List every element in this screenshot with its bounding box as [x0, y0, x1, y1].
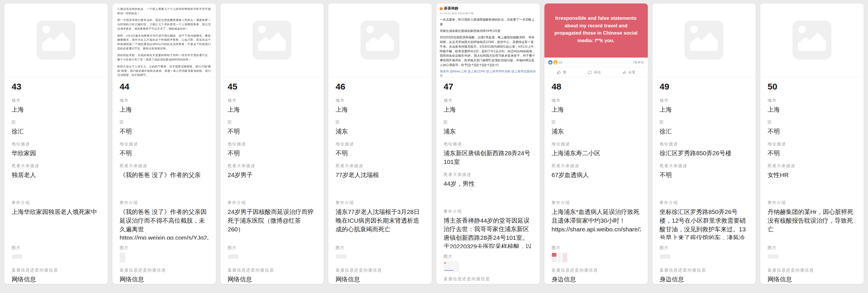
comment-icon — [588, 70, 592, 75]
facebook-status-background: Irresponsible and false statements about… — [545, 3, 648, 58]
card-media[interactable]: 人都没有这样的机会，一个病人需要几十个人的同时帮助和关怀才有可能获得一丝的机会！… — [113, 3, 216, 77]
district-value: 不明 — [768, 127, 857, 136]
field-district: 区 不明 — [120, 120, 209, 136]
card-media[interactable] — [4, 3, 108, 77]
record-number: 48 — [552, 82, 641, 92]
card-media[interactable] — [652, 3, 756, 77]
field-district: 区 浦东 — [443, 120, 532, 136]
card-media[interactable] — [220, 3, 324, 77]
field-direct: 直接信息还是间接信息 网络信息 — [768, 268, 857, 284]
image-thumbs[interactable] — [120, 253, 209, 262]
image-placeholder-icon — [684, 21, 723, 60]
event-label: 事件介绍 — [120, 200, 209, 206]
deceased-label: 死者大体描述 — [120, 164, 209, 169]
record-card[interactable]: 45 城市 上海 区 不明 地址描述 不明 死者大体描述 24岁男子 事件介绍 … — [220, 3, 324, 284]
field-deceased: 死者大体描述 女性HR — [768, 164, 857, 195]
image-thumbs[interactable] — [336, 253, 425, 262]
direct-value: 身边信息 — [443, 284, 532, 284]
record-card[interactable]: 49 城市 上海 区 徐汇 地址描述 徐汇区罗秀路850弄26号楼 死者大体描述… — [652, 3, 756, 284]
weibo-author: 茶香禅静 — [440, 6, 536, 11]
deceased-label: 死者大体描述 — [11, 164, 100, 169]
article-screenshot: 人都没有这样的机会，一个病人需要几十个人的同时帮助和关怀才有可能获得一丝的机会！… — [113, 3, 216, 77]
field-district: 区 徐汇 — [660, 120, 749, 136]
direct-label: 直接信息还是间接信息 — [660, 268, 749, 273]
deceased-value: 独居老人 — [11, 171, 100, 195]
direct-label: 直接信息还是间接信息 — [552, 268, 641, 273]
district-value: 浦东 — [443, 127, 532, 136]
address-label: 地址描述 — [11, 142, 100, 147]
address-label: 地址描述 — [660, 142, 749, 147]
card-media[interactable]: 茶香禅静4-2 02:31 来自 iPhone客户端一名志愿者，昨日我投入路浦西… — [436, 3, 540, 77]
field-district: 区 浦东 — [336, 120, 425, 136]
district-label: 区 — [336, 120, 425, 125]
image-placeholder-icon — [252, 21, 291, 60]
screenshot-thumbnail[interactable] — [443, 261, 459, 271]
field-deceased: 死者大体描述 《我的爸爸 没了》作者的父亲 — [120, 164, 209, 195]
record-card[interactable]: 茶香禅静4-2 02:31 来自 iPhone客户端一名志愿者，昨日我投入路浦西… — [436, 3, 540, 284]
record-card[interactable]: Irresponsible and false statements about… — [544, 3, 648, 284]
field-district: 区 徐汇 — [11, 120, 100, 136]
screenshot-thumbnail[interactable] — [552, 253, 557, 262]
weibo-screenshot: 茶香禅静4-2 02:31 来自 iPhone客户端一名志愿者，昨日我投入路浦西… — [436, 3, 540, 77]
image-label: 图片 — [443, 254, 532, 259]
image-thumbs[interactable] — [443, 261, 532, 271]
record-card[interactable]: 43 城市 上海 区 徐汇 地址描述 华欣家园 死者大体描述 独居老人 事件介绍… — [4, 3, 108, 284]
weibo-mention-links[interactable]: 海发布 @News上海 @上海12345 @上海市市民信箱 @上海市志愿者协会 — [440, 69, 536, 77]
field-direct: 直接信息还是间接信息 身边信息 — [443, 276, 532, 284]
image-thumbs[interactable] — [552, 253, 641, 262]
image-placeholder-icon — [793, 21, 831, 60]
address-label: 地址描述 — [120, 142, 209, 147]
comment-count[interactable]: 7条评论 — [632, 60, 644, 64]
city-label: 城市 — [228, 98, 317, 103]
record-card[interactable]: 46 城市 上海 区 浦东 地址描述 不明 死者大体描述 77岁老人沈瑞根 事件… — [328, 3, 432, 284]
address-label: 地址描述 — [552, 142, 641, 147]
field-direct: 直接信息还是间接信息 身边信息 — [552, 268, 641, 284]
field-direct: 直接信息还是间接信息 网络信息 — [228, 268, 317, 284]
facebook-reactions[interactable]: 19 — [548, 60, 562, 64]
card-body: 46 城市 上海 区 浦东 地址描述 不明 死者大体描述 77岁老人沈瑞根 事件… — [328, 77, 432, 284]
facebook-reaction-bar: 197条评论 — [545, 58, 648, 67]
image-thumbs[interactable] — [228, 253, 317, 262]
facebook-action-button[interactable]: 赞 — [557, 70, 566, 75]
record-card[interactable]: 50 城市 上海 区 不明 地址描述 不明 死者大体描述 女性HR 事件介绍 丹… — [760, 3, 864, 284]
document-thumbnail[interactable] — [120, 253, 125, 262]
image-thumbs[interactable] — [11, 253, 100, 262]
image-thumbs[interactable] — [660, 253, 749, 262]
field-image: 图片 — [336, 245, 425, 262]
image-label: 图片 — [768, 245, 857, 251]
image-placeholder-pill — [228, 254, 239, 259]
weibo-body-text: 一名志愿者，昨日我投入路浦西核酸检测的队伍，但是累了一天后晚上接哥家住浦东新区唐… — [440, 18, 536, 67]
field-city: 城市 上海 — [228, 98, 317, 114]
field-city: 城市 上海 — [552, 98, 641, 114]
screenshot-thumbnail[interactable] — [562, 253, 567, 262]
deceased-value: 《我的爸爸 没了》作者的父亲 — [120, 171, 209, 195]
weibo-avatar-icon — [440, 7, 443, 10]
field-deceased: 死者大体描述 24岁男子 — [228, 164, 317, 195]
district-label: 区 — [552, 120, 641, 125]
image-placeholder-pill — [11, 254, 23, 259]
event-value: 丹纳赫集团的某Hr，因心脏猝死没有核酸报告耽误治疗，导致死亡 — [768, 208, 857, 239]
direct-value: 身边信息 — [552, 275, 641, 284]
image-thumbs[interactable] — [768, 253, 857, 262]
deceased-value: 不明 — [660, 171, 749, 195]
facebook-action-button[interactable]: 评论 — [588, 70, 601, 75]
field-district: 区 不明 — [768, 120, 857, 136]
article-paragraph: 谁料，4月3日被告知爸爸不得不进行高位截肢，由于下肢动脉硬化，整条腿要截去，我作… — [117, 34, 211, 51]
screenshot-thumbnail[interactable] — [558, 253, 561, 262]
image-label: 图片 — [552, 245, 641, 251]
event-value: 博主茶香禅静44岁的堂哥因延误治疗去世：我哥哥家住浦东新区唐镇创新西路28弄24… — [443, 216, 532, 248]
image-placeholder-pill — [660, 254, 671, 259]
event-value: 坐标徐汇区罗秀路850弄26号楼，12号在小区群里求救需要硝酸甘油，没见到救护车… — [660, 208, 749, 239]
address-label: 地址描述 — [443, 142, 532, 147]
card-media[interactable] — [760, 3, 864, 77]
article-paragraph: 医院方也出于人道主义，让妈妈下楼来，但不能穿过隔离线，我们只能“隔线”相望，我们… — [117, 64, 211, 77]
share-icon — [622, 70, 627, 75]
record-card[interactable]: 人都没有这样的机会，一个病人需要几十个人的同时帮助和关怀才有可能获得一丝的机会！… — [112, 3, 216, 284]
direct-label: 直接信息还是间接信息 — [228, 268, 317, 273]
card-media[interactable] — [328, 3, 432, 77]
event-label: 事件介绍 — [552, 200, 641, 206]
district-label: 区 — [768, 120, 857, 125]
card-media[interactable]: Irresponsible and false statements about… — [545, 3, 648, 77]
district-value: 不明 — [120, 127, 209, 136]
facebook-action-button[interactable]: 分享 — [622, 70, 635, 75]
